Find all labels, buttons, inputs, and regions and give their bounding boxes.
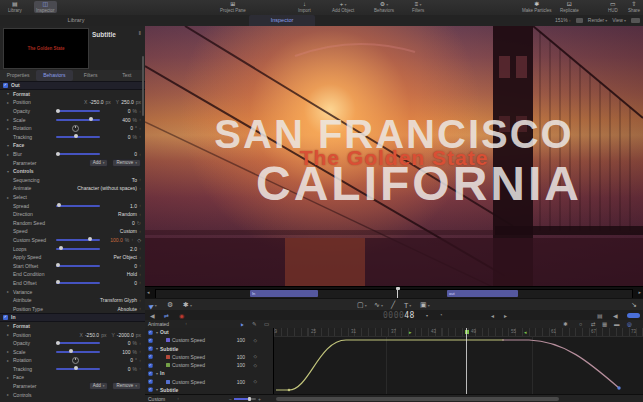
- parameter-value[interactable]: 100: [237, 337, 245, 343]
- filters-button[interactable]: ≡▾Filters: [410, 1, 426, 13]
- parameter-value[interactable]: 2.0: [130, 246, 137, 252]
- curve-visibility-checkbox[interactable]: [148, 380, 152, 384]
- seed-value[interactable]: 0: [132, 220, 135, 226]
- checkbox-out[interactable]: [3, 83, 8, 88]
- value-stepper[interactable]: ↕: [139, 152, 141, 157]
- curve-interpolation-icon[interactable]: ✱: [563, 320, 568, 328]
- audio-icon[interactable]: ◀: [613, 310, 618, 320]
- timeline-toggle[interactable]: [627, 313, 640, 318]
- slider[interactable]: [56, 351, 100, 353]
- snapshot-camera-icon[interactable]: ▦: [602, 320, 607, 328]
- keyframe-nav-icon[interactable]: ◇: [254, 363, 257, 368]
- slider[interactable]: [56, 153, 100, 155]
- view-menu[interactable]: View▾: [612, 15, 626, 26]
- slider[interactable]: [56, 248, 100, 250]
- curve-type-menu[interactable]: Custom: [148, 395, 165, 402]
- popup-value[interactable]: Hold: [127, 271, 137, 277]
- timecode-display[interactable]: 000048: [383, 310, 483, 320]
- subtab-properties[interactable]: Properties: [0, 70, 36, 81]
- slider-thumb[interactable]: [56, 152, 60, 156]
- slider[interactable]: [56, 136, 100, 138]
- tab-library[interactable]: Library: [48, 15, 104, 26]
- mini-timeline-left-arrow[interactable]: ◂: [147, 289, 150, 295]
- parameter-value[interactable]: 0: [134, 280, 137, 286]
- inspector-button[interactable]: ◫Inspector: [34, 1, 57, 13]
- value-stepper[interactable]: ↕: [139, 358, 141, 363]
- zoom-out-icon[interactable]: −: [229, 396, 232, 402]
- project-pane-button[interactable]: ⊞Project Pane: [218, 1, 248, 13]
- keyframe-param-row[interactable]: Custom Speed100◇: [145, 378, 273, 386]
- keyframe-icon[interactable]: ◇: [137, 237, 141, 243]
- parameter-value[interactable]: 100.0: [110, 237, 123, 243]
- graph-horizontal-scrollbar[interactable]: [276, 397, 559, 401]
- curve-menu-stepper[interactable]: ↕: [177, 395, 179, 402]
- slider-thumb[interactable]: [69, 349, 73, 353]
- keyframe-group-row[interactable]: ▾In: [145, 369, 273, 377]
- animated-menu-stepper[interactable]: ↕: [185, 320, 187, 328]
- hud-button[interactable]: ▭HUD: [606, 1, 620, 13]
- box-select-tool[interactable]: ▭: [264, 320, 269, 328]
- popup-value[interactable]: Random: [118, 211, 137, 217]
- parameter-value[interactable]: 400: [122, 117, 130, 123]
- popup-value[interactable]: To: [132, 177, 137, 183]
- rotation-dial[interactable]: [72, 357, 79, 364]
- import-button[interactable]: ↓Import: [296, 1, 313, 13]
- curve-visibility-checkbox[interactable]: [148, 371, 152, 375]
- disclosure-open-icon[interactable]: ▾: [156, 371, 158, 376]
- popup-value[interactable]: Transform Glyph: [100, 297, 137, 303]
- curve-visibility-checkbox[interactable]: [148, 330, 152, 334]
- parameter-value[interactable]: 1.0: [130, 203, 137, 209]
- slider-thumb[interactable]: [57, 203, 61, 207]
- value-stepper[interactable]: ↕: [139, 109, 141, 114]
- pen-keyframe-tool[interactable]: ✎: [252, 320, 257, 328]
- behaviors-button[interactable]: ⚙▾Behaviors: [372, 1, 396, 13]
- slider[interactable]: [56, 110, 100, 112]
- collapse-icon[interactable]: ▬: [614, 320, 620, 328]
- slider[interactable]: [56, 265, 100, 267]
- value-stepper[interactable]: ↕: [139, 366, 141, 371]
- zoom-level-select[interactable]: 151%↕: [555, 15, 571, 26]
- keyframe-nav-icon[interactable]: ◇: [254, 379, 257, 384]
- position-y-value[interactable]: -2000.0: [117, 332, 134, 338]
- keyframe-graph[interactable]: 19253137434955616773 ▸ ◂: [274, 328, 643, 394]
- preview-options-icon[interactable]: ‖: [139, 30, 141, 36]
- curve-visibility-checkbox[interactable]: [148, 363, 152, 367]
- popup-value[interactable]: Custom: [120, 228, 137, 234]
- make-particles-button[interactable]: ✱Make Particles: [520, 1, 554, 13]
- keyframe-group-row[interactable]: ▾Subtitle: [145, 386, 273, 394]
- zoom-tool-icon[interactable]: ◎: [627, 320, 632, 328]
- canvas-viewport[interactable]: SAN FRANCISCO The Golden State CALIFORNI…: [145, 26, 643, 286]
- position-x-value[interactable]: -250.0: [85, 332, 99, 338]
- mirror-icon[interactable]: ⇄: [591, 320, 596, 328]
- popup-stepper[interactable]: ↕: [139, 298, 141, 303]
- parameter-value[interactable]: 0: [128, 340, 131, 346]
- value-stepper[interactable]: ↕: [139, 134, 141, 139]
- render-menu[interactable]: Render▾: [588, 15, 607, 26]
- tab-inspector[interactable]: Inspector: [249, 15, 315, 26]
- slider[interactable]: [56, 239, 100, 241]
- curve-visibility-checkbox[interactable]: [148, 388, 152, 392]
- timecode-menu-chevron[interactable]: ▾: [426, 310, 428, 320]
- display-icon[interactable]: [631, 18, 640, 23]
- slider[interactable]: [56, 368, 100, 370]
- title-text-california[interactable]: CALIFORNIA: [170, 156, 643, 211]
- keyframe-param-row[interactable]: Custom Speed100◇: [145, 361, 273, 369]
- behavior-bar-out[interactable]: out: [447, 290, 518, 297]
- slider-thumb[interactable]: [56, 280, 60, 284]
- audio-mute-icon[interactable]: ◀: [150, 310, 155, 320]
- popup-stepper[interactable]: ↕: [139, 255, 141, 260]
- slider[interactable]: [56, 342, 100, 344]
- keyframe-group-row[interactable]: ▾Subtitle: [145, 345, 273, 353]
- parameter-value[interactable]: 0: [130, 125, 133, 131]
- rotation-dial[interactable]: [72, 125, 79, 132]
- parameter-value[interactable]: 100: [122, 349, 130, 355]
- add-object-button[interactable]: +▾Add Object: [330, 1, 356, 13]
- slider-thumb[interactable]: [56, 341, 60, 345]
- value-stepper[interactable]: ↕: [139, 126, 141, 131]
- popup-value[interactable]: Character (without spaces): [77, 185, 137, 191]
- popup-stepper[interactable]: ↕: [139, 229, 141, 234]
- slider[interactable]: [56, 282, 100, 284]
- parameter-value[interactable]: 100: [237, 379, 245, 385]
- fit-curves-icon[interactable]: ○: [579, 320, 582, 328]
- share-button[interactable]: ⇧Share: [626, 1, 642, 13]
